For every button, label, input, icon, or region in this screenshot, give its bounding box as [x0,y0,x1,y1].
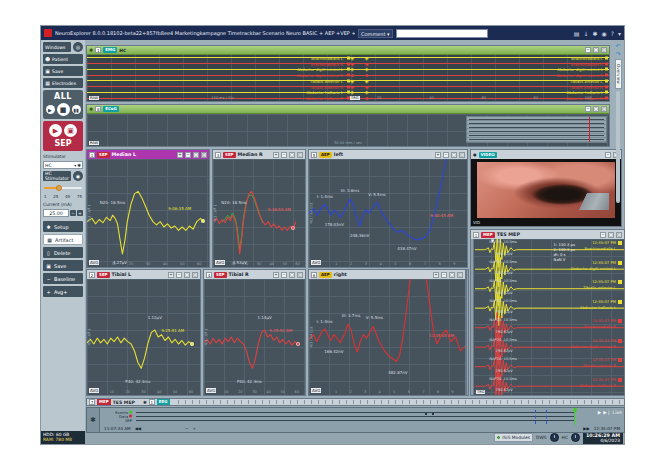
status-date: 4/6/2023 [586,438,620,443]
maximize-button[interactable]: ▢ [289,272,295,278]
ecog-maximize-button[interactable]: ▢ [593,106,599,112]
help-icon[interactable]: ? [611,30,614,37]
stimulator-gear-icon[interactable]: ✱ [77,163,81,168]
save-action-button[interactable]: ▣Save [43,260,83,271]
current-value-field[interactable]: 25.00 [43,209,69,217]
collapsed-mep-badge[interactable]: MEP [97,399,111,405]
save-button[interactable]: ▣Save [43,66,83,76]
zoom-in-button[interactable]: + [273,152,279,158]
sep-record-button[interactable]: ▣ [64,124,77,137]
medianR-trace-svg [213,159,305,267]
all-play-button[interactable]: ▶ [46,105,55,114]
redo-icon[interactable]: ↷ [615,51,620,57]
popout-button[interactable]: ◱ [459,152,465,158]
mep-minimize-button[interactable]: − [600,232,606,238]
stimulator-select[interactable]: HC ▾ ✱ [43,161,83,169]
zoom-in-button[interactable]: + [435,152,441,158]
popout-button[interactable]: ◱ [457,272,463,278]
timeline-play-button[interactable]: ▶ [598,410,602,415]
sep-play-button[interactable]: ▶ [49,124,62,137]
patient-button[interactable]: ☻Patient [43,54,83,64]
comment-dropdown[interactable]: Comment ▾ [358,29,393,38]
timeline-step-button[interactable]: ▶❘ [603,410,610,415]
hc-stimulator-button[interactable]: HC Stimulator [43,171,71,181]
vertical-scrollbar[interactable] [466,269,469,396]
current-slider[interactable] [44,184,82,192]
undo-icon[interactable]: ↶ [615,43,620,49]
popout-button[interactable]: ◱ [297,272,303,278]
collapsed-tick-pattern [178,400,622,404]
emg-channel-color-box [605,97,608,100]
popout-button[interactable]: ◱ [201,152,207,158]
maximize-button[interactable]: ▢ [289,152,295,158]
comment-input[interactable] [396,29,488,38]
gear-icon[interactable]: ✱ [89,47,93,53]
popout-button[interactable]: ◱ [297,152,303,158]
windows-settings-icon[interactable]: ◎ [73,42,83,52]
windows-button[interactable]: Windows [43,42,71,52]
emg-maximize-button[interactable]: ▢ [593,47,599,53]
minimize-button[interactable]: − [281,272,287,278]
zoom-in-button[interactable]: + [168,272,174,278]
timeline-track[interactable]: EventsDataSEP▶▶❘Live11:07:34 AM◀◀−+▶▶12:… [99,408,624,432]
emg-minimize-button[interactable]: − [585,47,591,53]
maximize-button[interactable]: ▢ [449,272,455,278]
mep-popout-button[interactable]: ◱ [616,232,622,238]
maximize-button[interactable]: ▢ [193,152,199,158]
video-minimize-button[interactable]: − [605,152,611,158]
timeline-row-track[interactable] [136,420,574,421]
popout-button[interactable]: ◱ [192,272,198,278]
timeline-row-track[interactable] [136,416,574,417]
timeline-cursor[interactable] [574,409,575,425]
maximize-button[interactable]: ▢ [451,152,457,158]
trace-annotation: N20: 18.5ms [100,200,126,205]
delete-action-button[interactable]: ▯Delete [43,247,83,258]
marker-diamond-icon[interactable]: ◈ [365,96,369,101]
fast-forward-icon[interactable]: ▶▶ [583,426,589,431]
all-stop-button[interactable]: ■ [57,103,70,116]
download-icon[interactable]: ↓ [583,30,588,37]
zoom-in-button[interactable]: + [273,272,279,278]
minimize-button[interactable]: − [281,152,287,158]
electrodes-button[interactable]: ▦Electrodes [43,78,83,88]
slider-knob[interactable] [56,185,62,191]
raw-label: RAW [89,141,99,145]
ecog-popout-button[interactable]: ◱ [601,106,607,112]
pin-icon[interactable]: ▾ [618,30,621,37]
gear-icon[interactable]: ✱ [89,106,93,112]
rail-scrollbar-thumb[interactable] [616,91,620,203]
collapsed-eeg-badge[interactable]: EEG [157,399,170,405]
minimize-button[interactable]: − [176,272,182,278]
maximize-button[interactable]: ▢ [184,272,190,278]
dws-knob[interactable] [550,433,559,442]
minimize-button[interactable]: − [441,272,447,278]
emg-axis-tick: 100 [585,96,592,100]
timeline-zoom-out-button[interactable]: − [185,426,189,431]
mep-maximize-button[interactable]: ▢ [608,232,614,238]
zoom-in-button[interactable]: + [177,152,183,158]
hc-knob[interactable] [571,433,580,442]
minimize-button[interactable]: − [443,152,449,158]
overview-tab[interactable]: Overview [615,59,622,89]
emg-popout-button[interactable]: ◱ [601,47,607,53]
timeline-gear-icon[interactable]: ✱ [87,408,99,432]
artifact-action-button[interactable]: ▦Artifact [43,234,83,245]
current-decrement-button[interactable]: − [70,210,76,216]
all-pause-button[interactable]: ▮▮ [72,105,81,114]
baseline-action-button[interactable]: ~Baseline [43,273,83,284]
gear-icon[interactable]: ✱ [143,400,147,405]
print-icon[interactable]: ▤ [574,30,580,37]
ecog-minimize-button[interactable]: − [585,106,591,112]
current-increment-button[interactable]: + [77,210,83,216]
rewind-icon[interactable]: ◀◀ [135,426,141,431]
status-time: 10:26:29 AM [586,433,620,438]
zoom-in-button[interactable]: + [433,272,439,278]
camera-icon[interactable]: ◉ [602,30,607,37]
setup-action-button[interactable]: ✱Setup [43,221,83,232]
settings-icon[interactable]: ✱ [593,30,598,37]
hc-stimulator-toggle[interactable]: ◉ [73,171,83,181]
avg-action-button[interactable]: +Avg+ [43,286,83,297]
timeline-zoom-in-button[interactable]: + [193,426,197,431]
timeline-row-track[interactable] [136,412,574,413]
minimize-button[interactable]: − [185,152,191,158]
